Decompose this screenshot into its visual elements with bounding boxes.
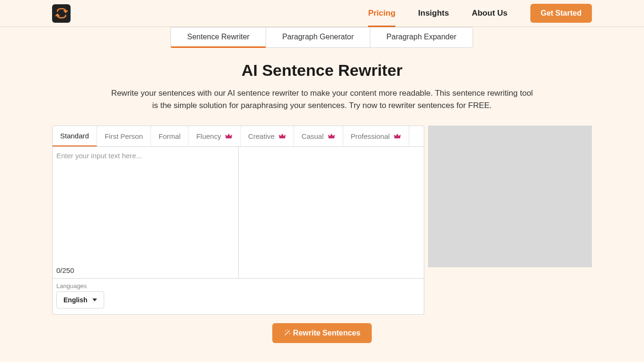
workspace: Standard First Person Formal Fluency Cre… — [52, 126, 592, 315]
logo[interactable] — [52, 4, 71, 23]
tool-tab-paragraph-expander[interactable]: Paragraph Expander — [370, 27, 473, 48]
get-started-button[interactable]: Get Started — [530, 4, 592, 23]
mode-tab-label: Creative — [248, 132, 275, 140]
mode-tab-label: Formal — [159, 132, 181, 140]
caret-down-icon — [92, 298, 97, 302]
text-panels: 0/250 — [52, 147, 424, 279]
mode-tab-label: First Person — [105, 132, 143, 140]
crown-icon — [394, 133, 401, 139]
ad-placeholder — [428, 126, 592, 267]
mode-tab-creative[interactable]: Creative — [241, 126, 294, 146]
action-row: Rewrite Sentences — [52, 323, 592, 343]
nav: Pricing Insights About Us Get Started — [368, 4, 592, 23]
header: Pricing Insights About Us Get Started — [0, 0, 644, 27]
char-count: 0/250 — [56, 266, 234, 274]
nav-link-about[interactable]: About Us — [472, 9, 508, 18]
crown-icon — [278, 133, 286, 139]
mode-tab-label: Standard — [60, 132, 89, 140]
tool-tabs: Sentence Rewriter Paragraph Generator Pa… — [52, 27, 592, 48]
mode-tab-fluency[interactable]: Fluency — [188, 126, 241, 146]
tool-tab-paragraph-generator[interactable]: Paragraph Generator — [266, 27, 370, 48]
page-title: AI Sentence Rewriter — [52, 61, 592, 80]
mode-tab-label: Professional — [351, 132, 390, 140]
output-panel — [239, 147, 424, 278]
mode-tab-label: Fluency — [196, 132, 221, 140]
mode-tab-formal[interactable]: Formal — [151, 126, 189, 146]
crown-icon — [328, 133, 335, 139]
mode-tab-professional[interactable]: Professional — [343, 126, 410, 146]
input-textarea[interactable] — [56, 152, 234, 266]
tool-tab-sentence-rewriter[interactable]: Sentence Rewriter — [170, 27, 266, 48]
main-content: Sentence Rewriter Paragraph Generator Pa… — [0, 27, 644, 343]
svg-point-2 — [287, 329, 288, 330]
language-select[interactable]: English — [56, 291, 104, 308]
page-description: Rewrite your sentences with our AI sente… — [109, 87, 535, 112]
language-section: Languages English — [52, 279, 424, 315]
crown-icon — [225, 133, 233, 139]
input-panel: 0/250 — [53, 147, 239, 278]
mode-tab-standard[interactable]: Standard — [53, 126, 97, 147]
mode-tab-casual[interactable]: Casual — [294, 126, 343, 146]
svg-point-0 — [285, 330, 286, 331]
rewrite-button[interactable]: Rewrite Sentences — [272, 323, 372, 343]
mode-tab-label: Casual — [302, 132, 324, 140]
left-panel: Standard First Person Formal Fluency Cre… — [52, 126, 424, 315]
svg-point-1 — [289, 333, 290, 334]
refresh-swap-icon — [55, 7, 68, 19]
nav-link-pricing[interactable]: Pricing — [368, 9, 395, 27]
magic-wand-icon — [284, 329, 291, 337]
mode-tab-first-person[interactable]: First Person — [97, 126, 151, 146]
mode-tabs: Standard First Person Formal Fluency Cre… — [52, 126, 424, 147]
language-selected: English — [63, 296, 88, 304]
nav-link-insights[interactable]: Insights — [418, 9, 449, 18]
language-label: Languages — [56, 282, 420, 290]
rewrite-button-label: Rewrite Sentences — [293, 329, 360, 337]
